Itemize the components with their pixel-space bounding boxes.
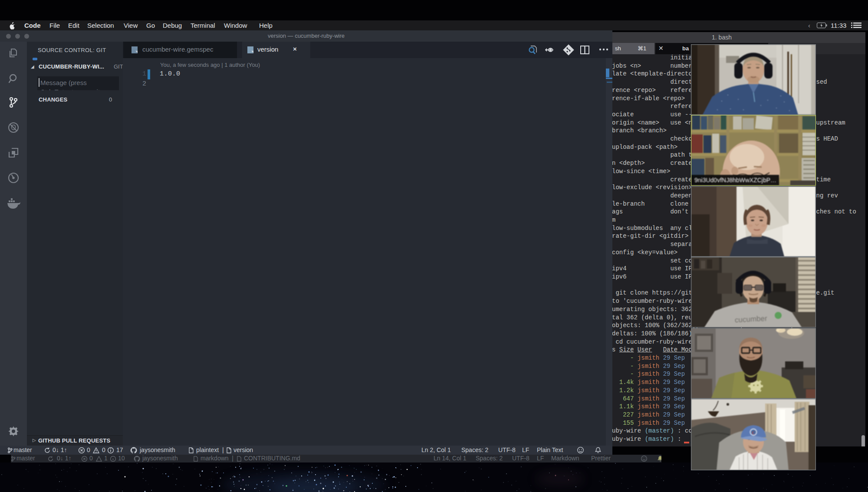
svg-text:cucumber: cucumber bbox=[734, 314, 767, 324]
svg-text:C: C bbox=[752, 430, 755, 435]
svg-text:9ni3Ud0vfNJ8hbWwXZCjbP…: 9ni3Ud0vfNJ8hbWwXZCjbP… bbox=[694, 177, 776, 184]
